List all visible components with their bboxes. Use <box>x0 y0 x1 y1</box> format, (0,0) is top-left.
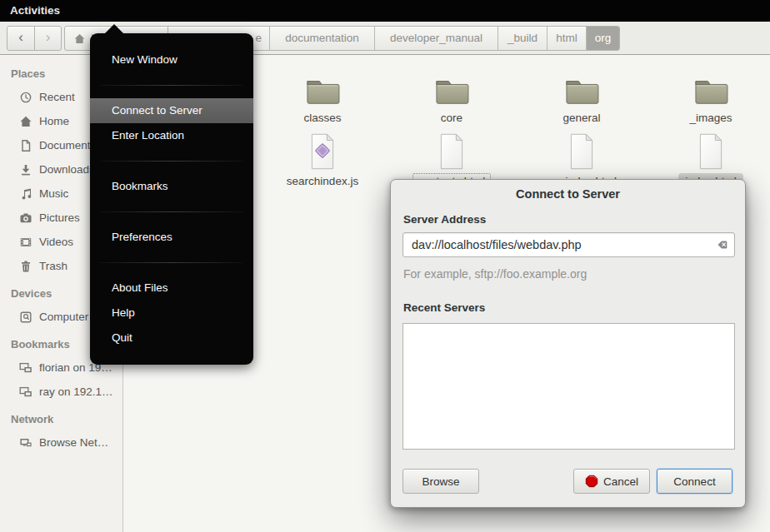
browse-button[interactable]: Browse <box>402 469 479 494</box>
sidebar-item-label: Trash <box>39 260 68 272</box>
script-file-icon <box>308 132 338 171</box>
camera-icon <box>19 211 32 225</box>
sidebar-item-bookmark-ray[interactable]: ray on 192.1… <box>0 380 122 404</box>
back-button[interactable]: ‹ <box>8 27 34 50</box>
sidebar-item-label: Recent <box>39 91 75 103</box>
cancel-button-label: Cancel <box>603 475 638 488</box>
sidebar-item-label: ray on 192.1… <box>39 385 113 398</box>
menu-item-about-files[interactable]: About Files <box>90 276 253 301</box>
folder-icon <box>692 76 730 107</box>
folder-icon <box>432 76 471 107</box>
recent-servers-list[interactable] <box>402 323 735 450</box>
file-label: searchindex.js <box>268 175 377 187</box>
connect-to-server-dialog: Connect to Server Server Address For exa… <box>390 179 746 508</box>
server-address-input[interactable] <box>402 232 735 257</box>
folder-tile-general[interactable]: general <box>528 66 636 124</box>
sidebar-item-label: Computer <box>39 311 88 323</box>
file-tile-searchindex[interactable]: searchindex.js <box>268 129 377 187</box>
server-address-label: Server Address <box>403 213 486 226</box>
dialog-title: Connect to Server <box>391 187 745 201</box>
clear-entry-icon[interactable] <box>712 239 728 251</box>
browse-button-label: Browse <box>422 475 459 488</box>
breadcrumb-segment-build[interactable]: _build <box>498 27 547 50</box>
sidebar-item-label: Videos <box>39 236 73 248</box>
sidebar-item-label: Music <box>39 187 68 200</box>
menu-item-new-window[interactable]: New Window <box>90 47 253 72</box>
connect-button-label: Connect <box>673 475 715 488</box>
sidebar-item-label: Pictures <box>39 211 80 224</box>
download-icon <box>19 163 32 177</box>
menu-separator <box>100 211 243 212</box>
stop-icon <box>585 475 598 488</box>
film-icon <box>19 236 32 249</box>
folder-tile-images[interactable]: _images <box>657 66 765 124</box>
remote-computer-icon <box>19 385 32 399</box>
trash-icon <box>19 260 32 273</box>
folder-tile-classes[interactable]: classes <box>268 66 377 124</box>
remote-computer-icon <box>19 361 32 375</box>
files-app-menu: New Window Connect to Server Enter Locat… <box>90 33 253 365</box>
sidebar-item-label: Home <box>39 115 69 127</box>
html-file-icon <box>437 132 467 171</box>
nav-button-group: ‹ › <box>7 26 62 51</box>
breadcrumb-segment-org-current[interactable]: org <box>586 27 619 50</box>
network-icon <box>19 436 32 450</box>
sidebar-item-label: Downloads <box>39 163 95 176</box>
menu-item-preferences[interactable]: Preferences <box>90 225 253 250</box>
breadcrumb-segment-html[interactable]: html <box>547 27 586 50</box>
menu-item-bookmarks[interactable]: Bookmarks <box>90 174 253 199</box>
file-label: general <box>528 112 636 124</box>
home-icon <box>73 32 86 45</box>
sidebar-heading-network: Network <box>0 409 122 430</box>
folder-tile-core[interactable]: core <box>398 66 506 124</box>
harddisk-icon <box>19 311 32 324</box>
server-address-hint: For example, sftp://foo.example.org <box>403 267 587 281</box>
menu-item-quit[interactable]: Quit <box>90 326 253 351</box>
home-icon <box>19 115 32 128</box>
file-label: core <box>398 112 506 124</box>
html-file-icon <box>567 132 597 171</box>
sidebar-item-label: Browse Net… <box>39 436 108 449</box>
sidebar-item-browse-network[interactable]: Browse Net… <box>0 430 122 455</box>
breadcrumb-segment-documentation[interactable]: documentation <box>269 27 374 50</box>
menu-item-connect-to-server[interactable]: Connect to Server <box>90 98 253 123</box>
top-bar: Activities <box>0 0 770 22</box>
file-label: _images <box>657 112 765 124</box>
clock-icon <box>19 91 32 104</box>
menu-item-enter-location[interactable]: Enter Location <box>90 123 253 148</box>
connect-button[interactable]: Connect <box>657 469 732 494</box>
menu-separator <box>100 161 243 162</box>
sidebar-item-label: Documents <box>39 139 96 152</box>
menu-item-help[interactable]: Help <box>90 301 253 326</box>
menu-separator <box>100 262 243 263</box>
cancel-button[interactable]: Cancel <box>573 469 650 494</box>
html-file-icon <box>696 132 726 171</box>
file-label: classes <box>268 112 377 124</box>
recent-servers-label: Recent Servers <box>403 301 485 314</box>
folder-icon <box>303 76 342 107</box>
music-note-icon <box>19 187 32 201</box>
breadcrumb-segment-developer-manual[interactable]: developer_manual <box>374 27 498 50</box>
forward-button[interactable]: › <box>34 27 61 50</box>
menu-separator <box>100 85 243 86</box>
document-icon <box>19 139 32 152</box>
folder-icon <box>562 76 601 107</box>
activities-button[interactable]: Activities <box>0 0 70 22</box>
